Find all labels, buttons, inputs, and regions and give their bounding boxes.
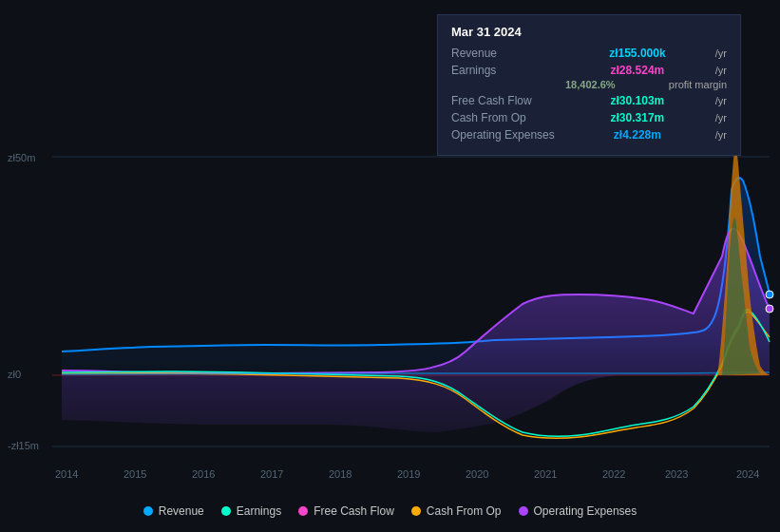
x-label-2016: 2016 <box>192 468 215 480</box>
x-label-2024: 2024 <box>736 468 759 480</box>
chart-legend: Revenue Earnings Free Cash Flow Cash Fro… <box>0 504 780 518</box>
x-label-2020: 2020 <box>466 468 488 480</box>
tooltip-cfo-value: zł30.317m <box>611 111 665 124</box>
legend-opex-label: Operating Expenses <box>534 504 637 518</box>
legend-opex-dot <box>519 506 528 516</box>
tooltip-fcf-row: Free Cash Flow zł30.103m /yr <box>451 94 727 107</box>
x-label-2022: 2022 <box>602 468 625 480</box>
legend-revenue[interactable]: Revenue <box>143 504 204 518</box>
tooltip-earnings-row: Earnings zł28.524m /yr <box>451 64 727 77</box>
legend-revenue-dot <box>143 506 153 516</box>
tooltip-opex-row: Operating Expenses zł4.228m /yr <box>451 128 727 142</box>
tooltip-profit-row: 18,402.6% profit margin <box>565 79 727 90</box>
tooltip-profit-value: 18,402.6% <box>565 79 616 90</box>
tooltip-revenue-value: zł155.000k <box>609 47 665 60</box>
tooltip-revenue-label: Revenue <box>451 47 565 60</box>
tooltip-opex-suffix: /yr <box>715 129 727 141</box>
x-label-2017: 2017 <box>260 468 283 480</box>
tooltip-box: Mar 31 2024 Revenue zł155.000k /yr Earni… <box>437 14 741 156</box>
tooltip-opex-value: zł4.228m <box>614 128 661 142</box>
x-label-2014: 2014 <box>55 468 78 480</box>
tooltip-opex-label: Operating Expenses <box>451 128 565 142</box>
legend-earnings-dot <box>221 506 231 516</box>
x-label-2021: 2021 <box>534 468 557 480</box>
x-label-2019: 2019 <box>397 468 420 480</box>
tooltip-earnings-label: Earnings <box>451 64 565 77</box>
legend-cfo[interactable]: Cash From Op <box>411 504 502 518</box>
legend-opex[interactable]: Operating Expenses <box>519 504 637 518</box>
legend-fcf-dot <box>298 506 308 516</box>
tooltip-fcf-suffix: /yr <box>715 95 727 106</box>
svg-point-5 <box>766 305 773 313</box>
tooltip-cfo-label: Cash From Op <box>451 111 565 124</box>
tooltip-revenue-row: Revenue zł155.000k /yr <box>451 47 727 60</box>
tooltip-profit-label: profit margin <box>669 79 727 90</box>
x-label-2015: 2015 <box>124 468 146 480</box>
legend-fcf-label: Free Cash Flow <box>314 504 394 518</box>
tooltip-fcf-label: Free Cash Flow <box>451 94 565 107</box>
tooltip-revenue-suffix: /yr <box>715 48 727 59</box>
x-label-2018: 2018 <box>329 468 352 480</box>
svg-point-4 <box>766 291 773 298</box>
chart-container: zł50m zł0 -zł15m 2014 2015 2016 2017 201… <box>0 0 780 532</box>
legend-fcf[interactable]: Free Cash Flow <box>298 504 394 518</box>
legend-cfo-dot <box>411 506 421 516</box>
legend-revenue-label: Revenue <box>159 504 204 518</box>
tooltip-cfo-row: Cash From Op zł30.317m /yr <box>451 111 727 124</box>
tooltip-earnings-value: zł28.524m <box>611 64 665 77</box>
legend-earnings[interactable]: Earnings <box>221 504 281 518</box>
y-label-50m: zł50m <box>8 152 35 163</box>
tooltip-fcf-value: zł30.103m <box>611 94 665 107</box>
tooltip-cfo-suffix: /yr <box>715 112 727 124</box>
x-label-2023: 2023 <box>665 468 688 480</box>
y-label-neg15m: -zł15m <box>8 440 39 451</box>
y-label-0: zł0 <box>8 369 21 380</box>
legend-cfo-label: Cash From Op <box>427 504 502 518</box>
tooltip-earnings-suffix: /yr <box>715 65 727 76</box>
tooltip-date: Mar 31 2024 <box>451 25 727 39</box>
legend-earnings-label: Earnings <box>237 504 281 518</box>
